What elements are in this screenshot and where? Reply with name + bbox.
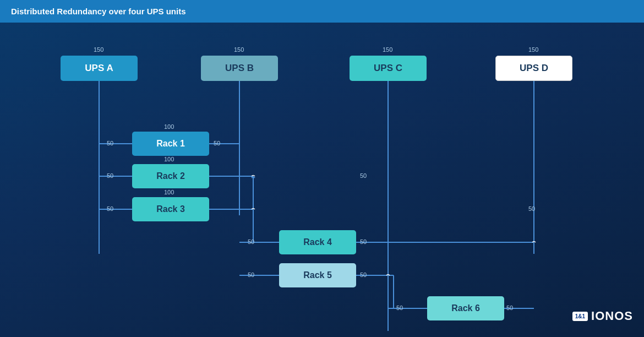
rack-2-box: Rack 2	[132, 164, 209, 188]
rack3-top-label: 100	[164, 189, 174, 195]
rack4-left-label: 50	[248, 238, 254, 245]
ups-c-value-label: 150	[383, 46, 392, 53]
rack6-left-label: 50	[396, 305, 403, 311]
rack3-right-label: 50	[528, 205, 535, 212]
rack1-top-label: 100	[164, 123, 174, 130]
rack-5-box: Rack 5	[279, 263, 356, 287]
ups-d-box: UPS D	[495, 56, 572, 81]
rack5-left-label: 50	[248, 271, 254, 278]
rack1-left-label: 50	[107, 140, 113, 146]
rack-1-box: Rack 1	[132, 132, 209, 156]
ups-b-box: UPS B	[201, 56, 278, 81]
rack6-right-label: 50	[506, 305, 513, 311]
ups-d-value-label: 150	[528, 46, 538, 53]
rack2-top-label: 100	[164, 156, 174, 162]
ups-c-box: UPS C	[350, 56, 427, 81]
rack2-right-label: 50	[360, 172, 367, 179]
logo-area: 1&1 IONOS	[572, 309, 633, 323]
header-bar: Distributed Redundancy over four UPS uni…	[0, 0, 644, 23]
logo-text: IONOS	[591, 309, 633, 323]
rack2-left-label: 50	[107, 172, 113, 179]
diagram: 150 150 150 150 UPS A UPS B UPS C UPS D …	[0, 23, 644, 331]
rack4-right-label: 50	[360, 238, 367, 245]
header-title: Distributed Redundancy over four UPS uni…	[11, 7, 186, 16]
rack3-left-label: 50	[107, 205, 113, 212]
ups-a-value-label: 150	[94, 46, 103, 53]
rack-3-box: Rack 3	[132, 197, 209, 221]
rack-4-box: Rack 4	[279, 230, 356, 254]
logo-box: 1&1	[572, 312, 588, 321]
ups-b-value-label: 150	[234, 46, 244, 53]
rack5-right-label: 50	[360, 271, 367, 278]
ups-a-box: UPS A	[61, 56, 138, 81]
rack1-right-label: 50	[214, 140, 220, 146]
rack-6-box: Rack 6	[427, 296, 504, 320]
